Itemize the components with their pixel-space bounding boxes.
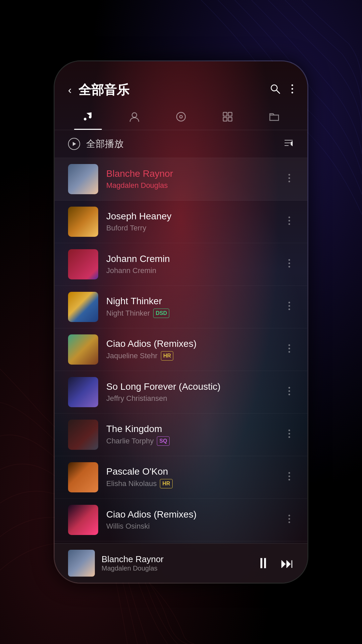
- song-more-icon[interactable]: [285, 255, 294, 274]
- svg-point-28: [289, 308, 290, 310]
- svg-rect-9: [228, 112, 232, 116]
- header-actions: [270, 84, 294, 97]
- quality-badge: SQ: [157, 436, 169, 446]
- quality-badge: DSD: [153, 309, 169, 318]
- song-item[interactable]: Ciao Adios (Remixes) Willis Osinski: [55, 499, 307, 541]
- song-title: Night Thinker: [106, 296, 277, 307]
- song-title: Joseph Heaney: [106, 211, 277, 222]
- tab-songs[interactable]: [65, 105, 111, 130]
- back-button[interactable]: ‹: [68, 84, 72, 96]
- song-item[interactable]: The Kingdom Charlie TorphySQ: [55, 414, 307, 456]
- song-thumbnail: [68, 334, 98, 365]
- svg-point-19: [289, 180, 290, 182]
- song-more-icon[interactable]: [285, 298, 294, 316]
- play-all-bar[interactable]: 全部播放: [55, 130, 307, 158]
- svg-point-25: [289, 266, 290, 267]
- song-title: Ciao Adios (Remixes): [106, 338, 277, 349]
- svg-point-20: [289, 216, 290, 218]
- song-more-icon[interactable]: [285, 383, 294, 401]
- sort-icon[interactable]: [283, 138, 294, 150]
- header: ‹ 全部音乐: [55, 61, 307, 105]
- svg-point-30: [289, 347, 290, 349]
- svg-point-5: [132, 113, 137, 117]
- pause-button[interactable]: ⏸: [256, 555, 270, 572]
- song-more-icon[interactable]: [285, 340, 294, 359]
- song-title: Johann Cremin: [106, 254, 277, 264]
- page-title: 全部音乐: [78, 82, 263, 99]
- tab-albums[interactable]: [158, 105, 204, 130]
- song-info: So Long Forever (Acoustic) Jeffry Christ…: [106, 381, 277, 403]
- svg-rect-11: [228, 117, 232, 121]
- song-item[interactable]: Johann Cremin Johann Cremin: [55, 243, 307, 286]
- svg-rect-10: [223, 117, 227, 121]
- song-item[interactable]: So Long Forever (Acoustic) Jeffry Christ…: [55, 371, 307, 414]
- svg-point-39: [289, 475, 290, 477]
- mini-player-title: Blanche Raynor: [102, 554, 249, 565]
- svg-point-17: [289, 174, 290, 175]
- svg-point-3: [292, 88, 293, 90]
- svg-point-2: [292, 84, 293, 86]
- song-subtitle: Charlie TorphySQ: [106, 436, 277, 446]
- svg-point-40: [289, 479, 290, 480]
- svg-point-0: [271, 85, 277, 91]
- song-thumbnail: [68, 249, 98, 279]
- song-info: Night Thinker Night ThinkerDSD: [106, 296, 277, 318]
- song-subtitle: Magdalen Douglas: [106, 181, 277, 190]
- song-title: Ciao Adios (Remixes): [106, 509, 277, 520]
- svg-point-37: [289, 436, 290, 438]
- svg-marker-16: [291, 141, 293, 146]
- song-thumbnail: [68, 505, 98, 535]
- song-title: The Kingdom: [106, 424, 277, 434]
- song-title: So Long Forever (Acoustic): [106, 381, 277, 392]
- svg-point-4: [292, 92, 293, 93]
- svg-point-43: [289, 521, 290, 523]
- song-item[interactable]: Joseph Heaney Buford Terry: [55, 201, 307, 243]
- song-thumbnail: [68, 164, 98, 194]
- svg-point-27: [289, 305, 290, 307]
- next-button[interactable]: ⏭: [281, 556, 294, 571]
- song-subtitle: Jeffry Christiansen: [106, 394, 277, 403]
- song-more-icon[interactable]: [285, 511, 294, 529]
- more-options-icon[interactable]: [291, 84, 294, 97]
- phone-content: ‹ 全部音乐: [55, 61, 307, 583]
- song-thumbnail: [68, 420, 98, 450]
- song-item[interactable]: Pascale O'Kon Elisha NikolausHR: [55, 456, 307, 499]
- song-more-icon[interactable]: [285, 213, 294, 231]
- svg-point-22: [289, 223, 290, 225]
- svg-marker-12: [73, 142, 76, 146]
- svg-point-35: [289, 429, 290, 431]
- svg-point-32: [289, 387, 290, 388]
- tab-folder[interactable]: [251, 105, 297, 130]
- tab-artists[interactable]: [111, 105, 158, 130]
- svg-point-23: [289, 259, 290, 261]
- song-thumbnail: [68, 207, 98, 237]
- mini-player-info: Blanche Raynor Magdalen Douglas: [102, 554, 249, 572]
- svg-point-33: [289, 390, 290, 392]
- svg-point-21: [289, 220, 290, 221]
- play-all-icon: [68, 138, 80, 150]
- mini-player[interactable]: Blanche Raynor Magdalen Douglas ⏸ ⏭: [55, 543, 307, 583]
- song-info: Joseph Heaney Buford Terry: [106, 211, 277, 232]
- song-item[interactable]: Ciao Adios (Remixes) Jaqueline StehrHR: [55, 328, 307, 371]
- svg-point-7: [180, 115, 182, 118]
- song-item[interactable]: Night Thinker Night ThinkerDSD: [55, 286, 307, 328]
- song-more-icon[interactable]: [285, 426, 294, 444]
- svg-point-36: [289, 433, 290, 434]
- song-info: Johann Cremin Johann Cremin: [106, 254, 277, 275]
- song-thumbnail: [68, 462, 98, 492]
- svg-point-31: [289, 351, 290, 353]
- song-thumbnail: [68, 377, 98, 407]
- song-title: Blanche Raynor: [106, 168, 277, 179]
- song-list: Blanche Raynor Magdalen Douglas Joseph H…: [55, 158, 307, 543]
- quality-badge: HR: [160, 479, 172, 488]
- quality-badge: HR: [161, 351, 173, 361]
- search-icon[interactable]: [270, 84, 281, 97]
- song-more-icon[interactable]: [285, 170, 294, 189]
- song-subtitle: Johann Cremin: [106, 266, 277, 275]
- song-info: Blanche Raynor Magdalen Douglas: [106, 168, 277, 190]
- tab-playlist[interactable]: [204, 105, 251, 130]
- song-item[interactable]: Blanche Raynor Magdalen Douglas: [55, 158, 307, 201]
- song-subtitle: Willis Osinski: [106, 522, 277, 531]
- song-more-icon[interactable]: [285, 468, 294, 487]
- song-info: Ciao Adios (Remixes) Willis Osinski: [106, 509, 277, 531]
